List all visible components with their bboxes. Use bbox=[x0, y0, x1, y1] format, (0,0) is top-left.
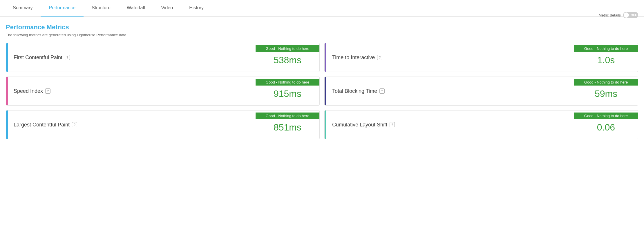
metric-value-area-cls: Good - Nothing to do here 0.06 bbox=[574, 113, 638, 137]
metric-value-area-lcp: Good - Nothing to do here 851ms bbox=[256, 113, 319, 137]
metric-badge-tti: Good - Nothing to do here bbox=[574, 45, 638, 52]
metric-card-lcp: Largest Contentful Paint ? Good - Nothin… bbox=[6, 110, 320, 139]
tab-video[interactable]: Video bbox=[153, 0, 181, 17]
page-title: Performance Metrics bbox=[6, 23, 638, 31]
metric-details-toggle[interactable]: OFF bbox=[623, 12, 638, 18]
metric-details-toggle-area: Metric details OFF bbox=[598, 12, 638, 18]
metric-card-fcp: First Contentful Paint ? Good - Nothing … bbox=[6, 43, 320, 72]
metric-badge-si: Good - Nothing to do here bbox=[256, 79, 319, 86]
toggle-knob bbox=[624, 12, 629, 18]
metric-label-area-cls: Cumulative Layout Shift ? bbox=[326, 116, 574, 134]
help-icon-tti[interactable]: ? bbox=[377, 55, 382, 60]
metric-badge-fcp: Good - Nothing to do here bbox=[256, 45, 319, 52]
tab-summary[interactable]: Summary bbox=[5, 0, 41, 17]
metric-label-area-tti: Time to Interactive ? bbox=[326, 49, 574, 66]
metric-label-area-tbt: Total Blocking Time ? bbox=[326, 82, 574, 100]
metric-label-area-fcp: First Contentful Paint ? bbox=[8, 49, 256, 66]
metric-label-cls: Cumulative Layout Shift bbox=[332, 122, 387, 128]
metric-value-lcp: 851ms bbox=[274, 119, 301, 137]
tab-bar: Summary Performance Structure Waterfall … bbox=[0, 0, 644, 17]
metric-label-fcp: First Contentful Paint bbox=[14, 55, 62, 61]
metric-value-area-tti: Good - Nothing to do here 1.0s bbox=[574, 45, 638, 70]
metric-value-si: 915ms bbox=[274, 86, 301, 103]
tab-performance[interactable]: Performance bbox=[41, 0, 84, 17]
metric-label-area-si: Speed Index ? bbox=[8, 82, 256, 100]
metric-label-lcp: Largest Contentful Paint bbox=[14, 122, 70, 128]
metric-label-tti: Time to Interactive bbox=[332, 55, 375, 61]
metric-value-cls: 0.06 bbox=[597, 119, 615, 137]
metric-value-area-fcp: Good - Nothing to do here 538ms bbox=[256, 45, 319, 70]
page-subtitle: The following metrics are generated usin… bbox=[6, 33, 638, 37]
metric-value-area-si: Good - Nothing to do here 915ms bbox=[256, 79, 319, 103]
metric-card-tbt: Total Blocking Time ? Good - Nothing to … bbox=[324, 77, 638, 106]
help-icon-lcp[interactable]: ? bbox=[72, 122, 77, 127]
metric-label-tbt: Total Blocking Time bbox=[332, 88, 377, 94]
metric-value-fcp: 538ms bbox=[274, 52, 301, 70]
help-icon-si[interactable]: ? bbox=[45, 88, 50, 94]
help-icon-fcp[interactable]: ? bbox=[65, 55, 70, 60]
help-icon-cls[interactable]: ? bbox=[390, 122, 395, 127]
tab-structure[interactable]: Structure bbox=[84, 0, 119, 17]
metric-value-tbt: 59ms bbox=[595, 86, 617, 103]
toggle-off-label: OFF bbox=[631, 13, 637, 17]
metric-label-area-lcp: Largest Contentful Paint ? bbox=[8, 116, 256, 134]
main-content: Metric details OFF Performance Metrics T… bbox=[0, 17, 644, 146]
tab-waterfall[interactable]: Waterfall bbox=[119, 0, 153, 17]
metric-card-si: Speed Index ? Good - Nothing to do here … bbox=[6, 77, 320, 106]
metric-badge-lcp: Good - Nothing to do here bbox=[256, 113, 319, 119]
metric-card-tti: Time to Interactive ? Good - Nothing to … bbox=[324, 43, 638, 72]
metric-details-label: Metric details bbox=[598, 13, 621, 17]
metric-card-cls: Cumulative Layout Shift ? Good - Nothing… bbox=[324, 110, 638, 139]
metric-value-area-tbt: Good - Nothing to do here 59ms bbox=[574, 79, 638, 103]
metric-badge-tbt: Good - Nothing to do here bbox=[574, 79, 638, 86]
metric-badge-cls: Good - Nothing to do here bbox=[574, 113, 638, 119]
metric-value-tti: 1.0s bbox=[597, 52, 615, 70]
metric-label-si: Speed Index bbox=[14, 88, 43, 94]
metrics-grid: First Contentful Paint ? Good - Nothing … bbox=[6, 43, 638, 139]
help-icon-tbt[interactable]: ? bbox=[379, 88, 385, 94]
tab-history[interactable]: History bbox=[181, 0, 212, 17]
